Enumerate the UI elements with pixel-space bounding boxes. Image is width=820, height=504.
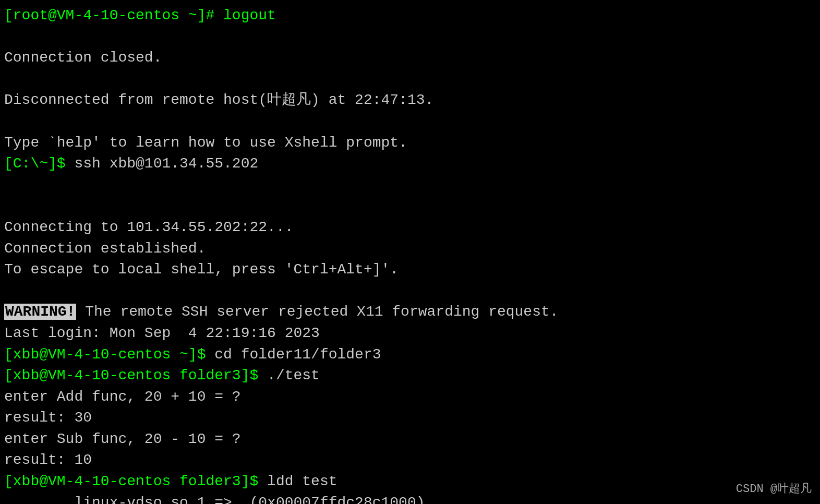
terminal-line: Connection established. (4, 238, 816, 260)
terminal-line: To escape to local shell, press 'Ctrl+Al… (4, 259, 816, 281)
terminal-line: [xbb@VM-4-10-centos ~]$ cd folder11/fold… (4, 344, 816, 366)
terminal-line: [xbb@VM-4-10-centos folder3]$ ldd test (4, 471, 816, 493)
terminal: [root@VM-4-10-centos ~]# logoutConnectio… (0, 0, 820, 504)
terminal-line: [C:\~]$ ssh xbb@101.34.55.202 (4, 153, 816, 175)
terminal-line: linux-vdso.so.1 => (0x00007ffdc28c1000) (4, 493, 816, 504)
terminal-line: Disconnected from remote host(叶超凡) at 22… (4, 90, 816, 111)
terminal-line: Type `help' to learn how to use Xshell p… (4, 133, 816, 154)
terminal-line: Last login: Mon Sep 4 22:19:16 2023 (4, 323, 816, 344)
terminal-line: WARNING! The remote SSH server rejected … (4, 302, 816, 323)
terminal-line: result: 30 (4, 407, 816, 429)
terminal-line: Connecting to 101.34.55.202:22... (4, 217, 816, 238)
terminal-line: [xbb@VM-4-10-centos folder3]$ ./test (4, 365, 816, 387)
terminal-line: enter Add func, 20 + 10 = ? (4, 387, 816, 408)
terminal-line: [root@VM-4-10-centos ~]# logout (4, 5, 816, 27)
watermark: CSDN @叶超凡 (736, 481, 812, 498)
terminal-line: Connection closed. (4, 47, 816, 69)
terminal-content: [root@VM-4-10-centos ~]# logoutConnectio… (4, 5, 816, 504)
terminal-line: enter Sub func, 20 - 10 = ? (4, 429, 816, 450)
terminal-line: result: 10 (4, 450, 816, 471)
